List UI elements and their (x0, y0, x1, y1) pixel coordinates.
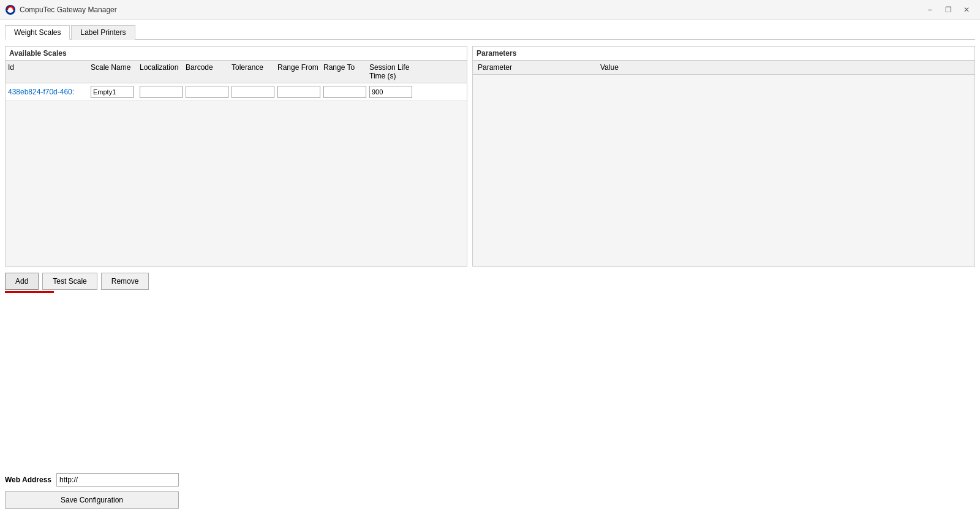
main-content: Weight Scales Label Printers Available S… (0, 20, 980, 527)
close-button[interactable]: ✕ (958, 4, 975, 16)
cell-range-from (275, 85, 321, 99)
params-table-header: Parameter Value (473, 61, 974, 75)
web-address-label: Web Address (5, 476, 51, 484)
window-controls: − ❐ ✕ (921, 4, 975, 16)
input-range-from[interactable] (277, 86, 320, 98)
col-header-session: Session Life Time (s) (367, 62, 428, 82)
cell-session (367, 85, 428, 99)
scales-table-header: Id Scale Name Localization Barcode Toler… (6, 61, 467, 83)
web-address-input[interactable] (56, 473, 179, 487)
input-tolerance[interactable] (232, 86, 274, 98)
remove-button[interactable]: Remove (101, 273, 149, 290)
col-header-parameter: Parameter (475, 62, 598, 73)
maximize-button[interactable]: ❐ (940, 4, 957, 16)
scales-panel-title: Available Scales (6, 47, 467, 61)
col-header-name: Scale Name (88, 62, 137, 82)
minimize-button[interactable]: − (921, 4, 938, 16)
buttons-row: Add Test Scale Remove (5, 273, 975, 290)
title-bar-left: CompuTec Gateway Manager (5, 4, 117, 15)
input-session-lifetime[interactable] (369, 86, 412, 98)
cell-barcode (183, 85, 229, 99)
input-range-to[interactable] (323, 86, 366, 98)
scales-table: Id Scale Name Localization Barcode Toler… (6, 61, 467, 266)
scales-panel: Available Scales Id Scale Name Localizat… (5, 46, 467, 267)
cell-name (88, 85, 137, 99)
cell-localization (137, 85, 183, 99)
cell-id: 438eb824-f70d-460: (6, 86, 88, 97)
cell-tolerance (229, 85, 275, 99)
red-indicator (5, 291, 54, 293)
input-localization[interactable] (140, 86, 183, 98)
cell-range-to (321, 85, 367, 99)
table-row[interactable]: 438eb824-f70d-460: (6, 83, 467, 101)
tab-bar: Weight Scales Label Printers (5, 25, 975, 40)
col-header-localization: Localization (137, 62, 183, 82)
col-header-barcode: Barcode (183, 62, 229, 82)
web-address-row: Web Address (5, 473, 179, 487)
app-logo-icon (5, 4, 16, 15)
title-bar: CompuTec Gateway Manager − ❐ ✕ (0, 0, 980, 20)
test-scale-button[interactable]: Test Scale (42, 273, 97, 290)
parameters-panel-title: Parameters (473, 47, 974, 61)
add-button[interactable]: Add (5, 273, 39, 290)
tab-label-printers[interactable]: Label Printers (71, 25, 135, 40)
save-configuration-button[interactable]: Save Configuration (5, 491, 179, 509)
col-header-id: Id (6, 62, 88, 82)
app-title: CompuTec Gateway Manager (20, 6, 117, 14)
input-scale-name[interactable] (91, 86, 134, 98)
parameters-table: Parameter Value (473, 61, 974, 266)
col-header-tolerance: Tolerance (229, 62, 275, 82)
bottom-section: Web Address Save Configuration (5, 473, 179, 509)
parameters-panel: Parameters Parameter Value (472, 46, 975, 267)
col-header-value: Value (598, 62, 972, 73)
input-barcode[interactable] (186, 86, 228, 98)
col-header-range-to: Range To (321, 62, 367, 82)
col-header-range-from: Range From (275, 62, 321, 82)
tab-weight-scales[interactable]: Weight Scales (5, 25, 70, 40)
top-section: Available Scales Id Scale Name Localizat… (5, 46, 975, 267)
